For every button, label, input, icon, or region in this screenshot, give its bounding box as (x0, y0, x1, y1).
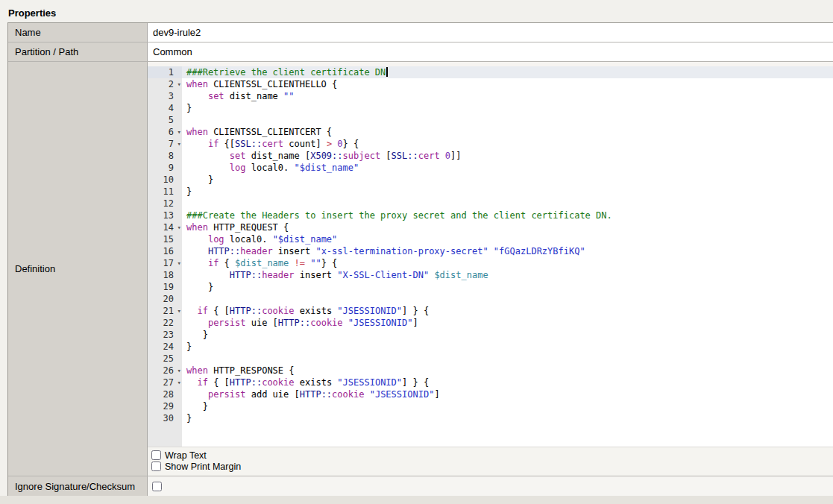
line-number: 5 (148, 114, 182, 126)
code-text[interactable]: log local0. "$dist_name" (182, 162, 833, 174)
code-line[interactable]: 25 (148, 353, 833, 365)
code-text[interactable]: set dist_name [X509::subject [SSL::cert … (182, 150, 833, 162)
code-editor[interactable]: 1###Retrieve the client certificate DN2▾… (148, 66, 833, 447)
code-line[interactable]: 3 set dist_name "" (148, 90, 833, 102)
code-line[interactable]: 7▾ if {[SSL::cert count] > 0} { (148, 138, 833, 150)
code-line[interactable]: 8 set dist_name [X509::subject [SSL::cer… (148, 150, 833, 162)
line-number: 22 (148, 317, 182, 329)
editor-option: Show Print Margin (151, 461, 833, 472)
code-text[interactable]: } (182, 174, 833, 186)
code-text[interactable] (182, 353, 833, 365)
code-text[interactable]: if { [HTTP::cookie exists "JSESSIONID"] … (182, 377, 833, 388)
editor-option: Wrap Text (151, 450, 833, 461)
code-line[interactable]: 14▾when HTTP_REQUEST { (148, 221, 833, 233)
code-text[interactable]: persist uie [HTTP::cookie "JSESSIONID"] (182, 317, 833, 329)
code-line[interactable]: 21▾ if { [HTTP::cookie exists "JSESSIONI… (148, 305, 833, 317)
code-line[interactable]: 28 persist add uie [HTTP::cookie "JSESSI… (148, 388, 833, 400)
line-number: 4 (148, 102, 182, 114)
fold-toggle-icon[interactable]: ▾ (177, 365, 181, 377)
code-text[interactable]: } (182, 412, 833, 424)
code-line[interactable]: 12 (148, 198, 833, 210)
fold-toggle-icon[interactable]: ▾ (177, 126, 181, 138)
fold-toggle-icon[interactable]: ▾ (177, 257, 181, 269)
code-line[interactable]: 29 } (148, 400, 833, 412)
code-line[interactable]: 26▾when HTTP_RESPONSE { (148, 365, 833, 377)
code-text[interactable]: set dist_name "" (182, 90, 833, 102)
code-text[interactable]: if { $dist_name != ""} { (182, 257, 833, 269)
code-text[interactable]: } (182, 281, 833, 293)
code-text[interactable]: if {[SSL::cert count] > 0} { (182, 138, 833, 150)
line-number: 17▾ (148, 257, 182, 269)
code-text[interactable]: when CLIENTSSL_CLIENTHELLO { (182, 78, 833, 90)
fold-toggle-icon[interactable]: ▾ (177, 138, 181, 150)
code-line[interactable]: 20 (148, 293, 833, 305)
code-line[interactable]: 30} (148, 412, 833, 424)
editor-empty-area[interactable] (182, 424, 833, 447)
code-text[interactable] (182, 114, 833, 126)
wrap-text-checkbox[interactable] (151, 450, 161, 460)
editor-options: Wrap TextShow Print Margin (148, 447, 833, 476)
show-print-margin-checkbox[interactable] (151, 462, 161, 471)
code-line[interactable]: 2▾when CLIENTSSL_CLIENTHELLO { (148, 78, 833, 90)
partition-label: Partition / Path (8, 42, 148, 61)
name-value[interactable]: dev9-irule2 (148, 23, 833, 42)
line-number: 13 (148, 210, 182, 221)
ignore-signature-checkbox[interactable] (152, 482, 162, 491)
line-number: 2▾ (148, 78, 182, 90)
code-lines: 1###Retrieve the client certificate DN2▾… (148, 66, 833, 424)
page-footer-strip (0, 496, 833, 504)
line-number: 16 (148, 245, 182, 257)
code-line[interactable]: 5 (148, 114, 833, 126)
code-text[interactable]: when HTTP_RESPONSE { (182, 365, 833, 377)
code-line[interactable]: 10 } (148, 174, 833, 186)
code-text[interactable]: if { [HTTP::cookie exists "JSESSIONID"] … (182, 305, 833, 317)
code-line[interactable]: 18 HTTP::header insert "X-SSL-Client-DN"… (148, 269, 833, 281)
gutter-filler (148, 424, 182, 447)
code-line[interactable]: 13###Create the Headers to insert the pr… (148, 210, 833, 221)
fold-toggle-icon[interactable]: ▾ (177, 305, 181, 317)
code-text[interactable]: when HTTP_REQUEST { (182, 221, 833, 233)
code-text[interactable]: } (182, 400, 833, 412)
code-line[interactable]: 22 persist uie [HTTP::cookie "JSESSIONID… (148, 317, 833, 329)
code-text[interactable] (182, 198, 833, 210)
ignore-label: Ignore Signature/Checksum (8, 476, 148, 496)
properties-table: Name dev9-irule2 Partition / Path Common… (7, 22, 833, 497)
code-line[interactable]: 15 log local0. "$dist_name" (148, 233, 833, 245)
line-number: 7▾ (148, 138, 182, 150)
code-text[interactable] (182, 293, 833, 305)
code-text[interactable]: } (182, 102, 833, 114)
code-line[interactable]: 11} (148, 186, 833, 198)
line-number: 27▾ (148, 377, 182, 388)
code-text[interactable]: HTTP::header insert "x-ssl-termination-p… (182, 245, 833, 257)
fold-toggle-icon[interactable]: ▾ (177, 377, 181, 388)
code-text[interactable]: } (182, 186, 833, 198)
name-label: Name (8, 23, 148, 42)
code-text[interactable]: } (182, 329, 833, 341)
line-number: 8 (148, 150, 182, 162)
code-text[interactable]: } (182, 341, 833, 353)
code-text[interactable]: persist add uie [HTTP::cookie "JSESSIONI… (182, 388, 833, 400)
code-line[interactable]: 23 } (148, 329, 833, 341)
page-title: Properties (8, 7, 56, 19)
code-line[interactable]: 27▾ if { [HTTP::cookie exists "JSESSIONI… (148, 377, 833, 388)
code-line[interactable]: 6▾when CLIENTSSL_CLIENTCERT { (148, 126, 833, 138)
code-line[interactable]: 4} (148, 102, 833, 114)
ignore-row: Ignore Signature/Checksum (8, 476, 833, 496)
line-number: 6▾ (148, 126, 182, 138)
line-number: 21▾ (148, 305, 182, 317)
ignore-value-cell (148, 476, 833, 496)
fold-toggle-icon[interactable]: ▾ (177, 78, 181, 90)
code-text[interactable]: log local0. "$dist_name" (182, 233, 833, 245)
code-line[interactable]: 16 HTTP::header insert "x-ssl-terminatio… (148, 245, 833, 257)
code-text[interactable]: ###Create the Headers to insert the prox… (182, 210, 833, 221)
code-line[interactable]: 17▾ if { $dist_name != ""} { (148, 257, 833, 269)
code-line[interactable]: 9 log local0. "$dist_name" (148, 162, 833, 174)
code-line[interactable]: 19 } (148, 281, 833, 293)
code-line[interactable]: 1###Retrieve the client certificate DN (148, 66, 833, 78)
code-line[interactable]: 24} (148, 341, 833, 353)
code-text[interactable]: when CLIENTSSL_CLIENTCERT { (182, 126, 833, 138)
line-number: 18 (148, 269, 182, 281)
code-text[interactable]: ###Retrieve the client certificate DN (182, 66, 833, 78)
code-text[interactable]: HTTP::header insert "X-SSL-Client-DN" $d… (182, 269, 833, 281)
fold-toggle-icon[interactable]: ▾ (177, 221, 181, 233)
